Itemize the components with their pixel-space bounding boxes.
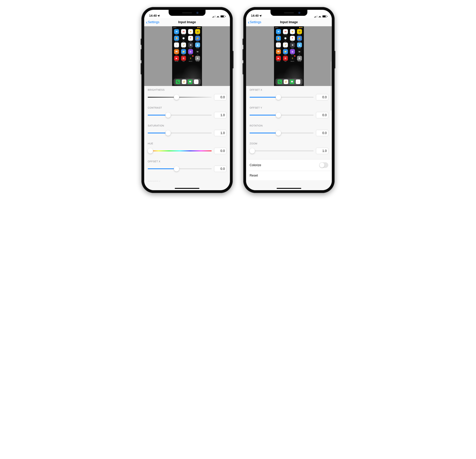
slider-offsetx[interactable] xyxy=(250,95,314,100)
slider-group-rotation: ROTATION 0.0 xyxy=(246,122,332,140)
slider-group-offsetx: OFFSET X 0.0 xyxy=(246,86,332,104)
page-title: Input Image xyxy=(178,20,196,24)
notch xyxy=(169,10,205,16)
preview-apps-grid: ✉Почта30Календарь✿Фото🦋Ulysses📔Day One🕙Ч… xyxy=(275,29,302,62)
image-preview[interactable]: 10:41 ➤📶 📶 🔋 ✉Почта30Календарь✿Фото🦋Ulys… xyxy=(246,26,332,86)
image-preview[interactable]: 10:41 ➤📶 📶 🔋 ✉Почта30Календарь✿Фото🦋Ulys… xyxy=(144,26,230,86)
value-hue[interactable]: 0.0 xyxy=(214,148,226,154)
value-brightness[interactable]: 0.0 xyxy=(214,94,226,100)
navbar: ‹ Settings Input Image xyxy=(144,18,230,26)
device-left: 14:40 ➤ ‹ Settings Input Image 10:41 ➤📶 … xyxy=(141,7,233,193)
slider-saturation[interactable] xyxy=(148,131,212,135)
back-label: Settings xyxy=(148,20,159,24)
slider-group-offsetx: OFFSET X 0.0 xyxy=(144,157,230,175)
slider-hue[interactable] xyxy=(148,148,212,153)
colorize-toggle[interactable] xyxy=(319,162,328,168)
status-time: 14:40 xyxy=(251,14,259,17)
battery-icon xyxy=(221,15,225,17)
slider-label-offsetx: OFFSET X xyxy=(148,160,226,163)
battery-icon xyxy=(322,15,327,17)
slider-label-offsetx: OFFSET X xyxy=(250,89,328,91)
cellular-icon xyxy=(314,16,317,17)
slider-group-brightness: BRIGHTNESS 0.0 xyxy=(144,86,230,104)
value-offsetx[interactable]: 0.0 xyxy=(316,94,328,100)
slider-group-zoom: ZOOM 1.0 xyxy=(246,140,332,157)
location-icon: ➤ xyxy=(157,14,161,18)
wifi-icon xyxy=(318,16,321,17)
status-time: 14:40 xyxy=(149,14,157,17)
reset-label: Reset xyxy=(250,174,258,177)
slider-label-saturation: SATURATION xyxy=(148,124,226,127)
navbar: ‹ Settings Input Image xyxy=(246,18,332,26)
page-title: Input Image xyxy=(280,20,298,24)
preview-apps-grid: ✉Почта30Календарь✿Фото🦋Ulysses📔Day One🕙Ч… xyxy=(174,29,201,62)
cellular-icon xyxy=(212,16,215,17)
value-saturation[interactable]: 1.0 xyxy=(214,130,226,136)
scroll-indicator[interactable] xyxy=(331,61,331,111)
home-indicator[interactable] xyxy=(175,188,199,189)
reset-row[interactable]: Reset xyxy=(246,171,332,180)
value-offsety[interactable]: 0.0 xyxy=(316,112,328,118)
slider-label-brightness: BRIGHTNESS xyxy=(148,89,226,91)
notch xyxy=(271,10,307,16)
back-label: Settings xyxy=(250,20,261,24)
slider-label-hue: HUE xyxy=(148,142,226,145)
slider-offsetx[interactable] xyxy=(148,166,212,171)
location-icon: ➤ xyxy=(259,14,263,18)
value-contrast[interactable]: 1.0 xyxy=(214,112,226,118)
device-right: 14:40 ➤ ‹ Settings Input Image 10:41 ➤📶 … xyxy=(243,7,335,193)
slider-group-offsety: OFFSET Y 0.0 xyxy=(246,104,332,122)
slider-rotation[interactable] xyxy=(250,131,314,135)
slider-label-offsety: OFFSET Y xyxy=(250,106,328,109)
colorize-row: Colorize xyxy=(246,159,332,171)
wifi-icon xyxy=(217,16,219,17)
slider-group-saturation: SATURATION 1.0 xyxy=(144,122,230,140)
slider-group-contrast: CONTRAST 1.0 xyxy=(144,104,230,122)
slider-zoom[interactable] xyxy=(250,148,314,153)
value-offsetx[interactable]: 0.0 xyxy=(214,166,226,172)
slider-group-hue: HUE 0.0 xyxy=(144,140,230,157)
value-zoom[interactable]: 1.0 xyxy=(316,148,328,154)
cutoff-label: OFFSET Y xyxy=(148,180,160,183)
slider-contrast[interactable] xyxy=(148,113,212,118)
chevron-left-icon: ‹ xyxy=(248,20,249,25)
colorize-label: Colorize xyxy=(250,163,261,167)
slider-label-zoom: ZOOM xyxy=(250,142,328,145)
back-button[interactable]: ‹ Settings xyxy=(248,20,261,25)
value-rotation[interactable]: 0.0 xyxy=(316,130,328,136)
slider-offsety[interactable] xyxy=(250,113,314,118)
slider-label-rotation: ROTATION xyxy=(250,124,328,127)
home-indicator[interactable] xyxy=(277,188,301,189)
slider-label-contrast: CONTRAST xyxy=(148,106,226,109)
back-button[interactable]: ‹ Settings xyxy=(146,20,159,25)
slider-brightness[interactable] xyxy=(148,95,212,100)
chevron-left-icon: ‹ xyxy=(146,20,148,25)
